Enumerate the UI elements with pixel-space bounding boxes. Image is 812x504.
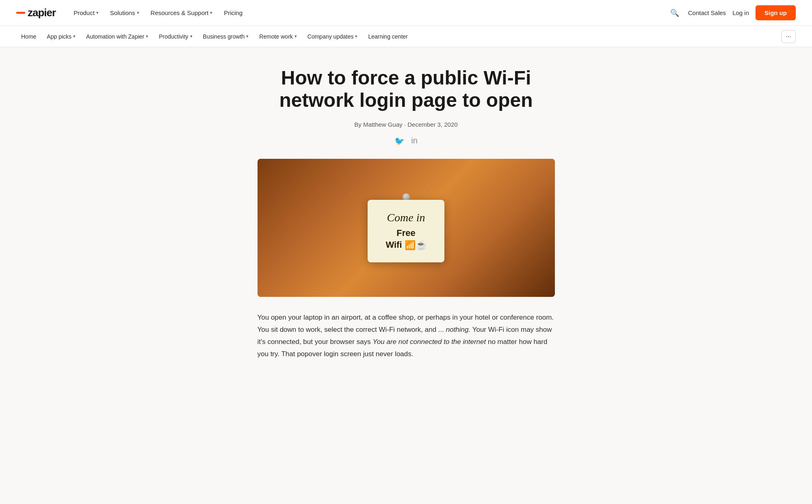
nav-pricing[interactable]: Pricing: [219, 6, 247, 19]
logo[interactable]: zapier: [16, 6, 56, 19]
sec-nav-remote-work[interactable]: Remote work ▾: [254, 31, 301, 42]
chevron-down-icon: ▾: [146, 34, 148, 39]
sec-nav-app-picks[interactable]: App picks ▾: [42, 31, 80, 42]
sec-nav-company-updates[interactable]: Company updates ▾: [303, 31, 363, 42]
search-button[interactable]: 🔍: [668, 6, 682, 20]
secondary-nav-links: Home App picks ▾ Automation with Zapier …: [16, 31, 782, 42]
article-text-em1: nothing.: [446, 326, 471, 333]
top-navigation: zapier Product ▾ Solutions ▾ Resources &…: [0, 0, 812, 26]
search-icon: 🔍: [670, 9, 679, 17]
nav-resources[interactable]: Resources & Support ▾: [146, 6, 218, 19]
article-hero-image: Come in Free Wifi 📶☕: [258, 159, 555, 297]
sec-nav-productivity[interactable]: Productivity ▾: [154, 31, 197, 42]
nav-product[interactable]: Product ▾: [69, 6, 104, 19]
more-options-button[interactable]: ···: [782, 30, 796, 43]
login-link[interactable]: Log in: [732, 9, 749, 16]
wifi-icon: 📶☕: [405, 240, 427, 251]
sign-come-in-text: Come in: [385, 211, 426, 224]
linkedin-share-icon[interactable]: in: [411, 136, 418, 146]
sign-container: Come in Free Wifi 📶☕: [368, 193, 444, 262]
chevron-down-icon: ▾: [210, 10, 212, 15]
chevron-down-icon: ▾: [294, 34, 297, 39]
sec-nav-home[interactable]: Home: [16, 31, 41, 42]
main-content: How to force a public Wi-Fi network logi…: [248, 47, 565, 384]
logo-dash: [16, 12, 25, 14]
sec-nav-learning-center[interactable]: Learning center: [363, 31, 412, 42]
sec-nav-business-growth[interactable]: Business growth ▾: [198, 31, 254, 42]
twitter-share-icon[interactable]: 🐦: [394, 136, 405, 146]
sec-nav-automation[interactable]: Automation with Zapier ▾: [81, 31, 153, 42]
nav-solutions[interactable]: Solutions ▾: [105, 6, 144, 19]
chevron-down-icon: ▾: [96, 10, 99, 15]
article-text-em2: You are not connected to the internet: [372, 338, 486, 346]
logo-text: zapier: [28, 6, 56, 19]
sign-free-wifi-text: Free Wifi 📶☕: [385, 227, 426, 251]
chevron-down-icon: ▾: [190, 34, 193, 39]
chevron-down-icon: ▾: [355, 34, 357, 39]
chevron-down-icon: ▾: [137, 10, 139, 15]
article-meta: By Matthew Guay · December 3, 2020: [258, 121, 555, 128]
ellipsis-icon: ···: [786, 33, 791, 40]
article-social-share: 🐦 in: [258, 136, 555, 146]
secondary-navigation: Home App picks ▾ Automation with Zapier …: [0, 26, 812, 47]
chevron-down-icon: ▾: [73, 34, 76, 39]
article-body: You open your laptop in an airport, at a…: [258, 311, 555, 360]
sign-board: Come in Free Wifi 📶☕: [368, 200, 444, 262]
article-paragraph-1: You open your laptop in an airport, at a…: [258, 311, 555, 360]
article-title: How to force a public Wi-Fi network logi…: [258, 67, 555, 111]
chevron-down-icon: ▾: [246, 34, 249, 39]
contact-sales-link[interactable]: Contact Sales: [688, 9, 726, 16]
top-nav-links: Product ▾ Solutions ▾ Resources & Suppor…: [69, 6, 668, 19]
signup-button[interactable]: Sign up: [756, 5, 796, 20]
top-nav-right: 🔍 Contact Sales Log in Sign up: [668, 5, 796, 20]
